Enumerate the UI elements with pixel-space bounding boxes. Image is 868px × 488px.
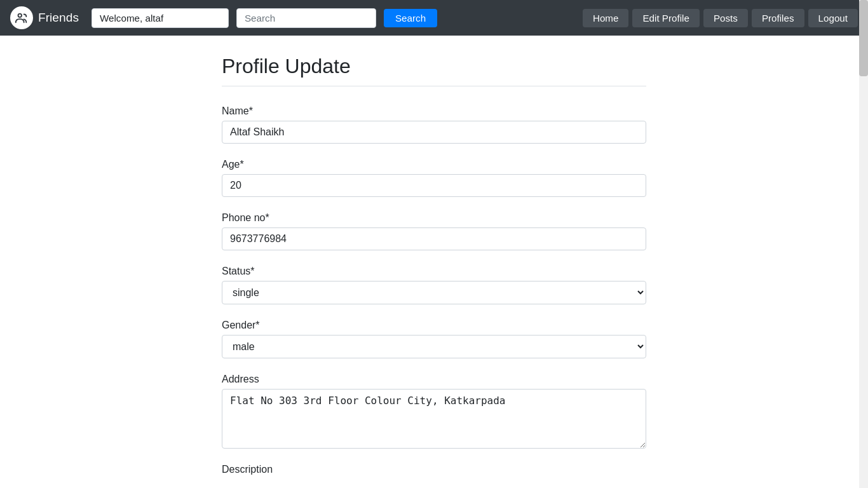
brand-icon — [10, 6, 33, 29]
search-button[interactable]: Search — [384, 9, 437, 27]
page-title: Profile Update — [222, 55, 646, 78]
description-label: Description — [222, 464, 646, 475]
address-textarea[interactable]: Flat No 303 3rd Floor Colour City, Katka… — [222, 389, 646, 449]
brand-label: Friends — [38, 11, 79, 25]
name-input[interactable] — [222, 121, 646, 144]
name-label: Name* — [222, 105, 646, 117]
title-divider — [222, 86, 646, 86]
logout-button[interactable]: Logout — [808, 9, 858, 27]
gender-group: Gender* male female other — [222, 320, 646, 358]
status-select[interactable]: single married divorced — [222, 281, 646, 304]
address-label: Address — [222, 374, 646, 385]
home-button[interactable]: Home — [583, 9, 629, 27]
phone-input[interactable] — [222, 227, 646, 250]
scrollbar-track[interactable] — [859, 0, 868, 488]
phone-group: Phone no* — [222, 212, 646, 250]
profiles-button[interactable]: Profiles — [752, 9, 804, 27]
age-label: Age* — [222, 159, 646, 170]
gender-label: Gender* — [222, 320, 646, 331]
navbar: Friends Search Home Edit Profile Posts P… — [0, 0, 868, 36]
welcome-input[interactable] — [92, 8, 229, 28]
search-input[interactable] — [236, 8, 376, 28]
age-group: Age* — [222, 159, 646, 197]
description-group: Description — [222, 464, 646, 475]
age-input[interactable] — [222, 174, 646, 197]
edit-profile-button[interactable]: Edit Profile — [632, 9, 699, 27]
gender-select[interactable]: male female other — [222, 335, 646, 358]
brand-link[interactable]: Friends — [10, 6, 79, 29]
phone-label: Phone no* — [222, 212, 646, 224]
nav-buttons: Home Edit Profile Posts Profiles Logout — [583, 9, 858, 27]
svg-point-0 — [18, 14, 22, 17]
name-group: Name* — [222, 105, 646, 144]
profile-form: Name* Age* Phone no* Status* single marr… — [222, 105, 646, 475]
address-group: Address Flat No 303 3rd Floor Colour Cit… — [222, 374, 646, 449]
posts-button[interactable]: Posts — [703, 9, 748, 27]
main-content: Profile Update Name* Age* Phone no* Stat… — [212, 36, 656, 488]
scrollbar-thumb[interactable] — [859, 0, 868, 76]
status-label: Status* — [222, 266, 646, 277]
status-group: Status* single married divorced — [222, 266, 646, 304]
